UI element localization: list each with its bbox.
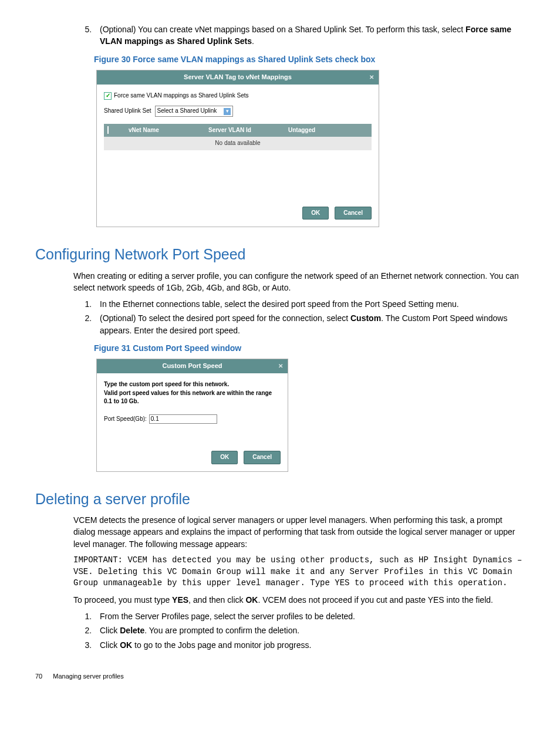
cfg-step-2: (Optional) To select the desired port sp…	[94, 312, 525, 336]
table-no-data: No data available	[104, 137, 372, 150]
dialog-titlebar: Server VLAN Tag to vNet Mappings ✕	[97, 70, 379, 85]
checkbox-label: Force same VLAN mappings as Shared Uplin…	[114, 92, 249, 100]
dialog-vlan-mappings: Server VLAN Tag to vNet Mappings ✕ ✓ For…	[96, 70, 379, 227]
col-vlan: Server VLAN Id	[208, 126, 288, 135]
close-icon[interactable]: ✕	[368, 74, 375, 81]
step-5: (Optional) You can create vNet mappings …	[94, 23, 525, 48]
figure-31-caption: Figure 31 Custom Port Speed window	[94, 342, 525, 354]
heading-configuring-network-port-speed: Configuring Network Port Speed	[35, 244, 525, 265]
footer-title: Managing server profiles	[53, 672, 123, 681]
del-step-2: Click Delete. You are prompted to confir…	[94, 625, 525, 636]
figure-30-caption: Figure 30 Force same VLAN mappings as Sh…	[94, 53, 525, 65]
dropdown-text: Select a Shared Uplink	[157, 107, 217, 116]
shared-uplink-dropdown[interactable]: Select a Shared Uplink ▾	[155, 106, 234, 117]
page-number: 70	[35, 672, 42, 681]
del-step-1: From the Server Profiles page, select th…	[94, 610, 525, 622]
close-icon[interactable]: ✕	[277, 363, 284, 370]
del-paragraph-1: VCEM detects the presence of logical ser…	[73, 514, 525, 550]
dialog-title: Server VLAN Tag to vNet Mappings	[184, 73, 292, 82]
dialog-title: Custom Port Speed	[162, 362, 222, 371]
shared-uplink-label: Shared Uplink Set	[104, 107, 151, 116]
cancel-button[interactable]: Cancel	[244, 451, 281, 464]
cancel-button[interactable]: Cancel	[335, 207, 372, 220]
checkbox-all[interactable]	[107, 126, 109, 134]
important-message: IMPORTANT: VCEM has detected you may be …	[73, 555, 525, 589]
del-step-3: Click OK to go to the Jobs page and moni…	[94, 639, 525, 651]
step5-text-a: (Optional) You can create vNet mappings …	[100, 25, 465, 34]
port-speed-label: Port Speed(Gb):	[104, 415, 147, 424]
cfg-paragraph-1: When creating or editing a server profil…	[73, 270, 525, 294]
port-speed-input[interactable]: 0.1	[149, 414, 217, 424]
col-vnet: vNet Name	[129, 126, 208, 135]
dialog-custom-port-speed: Custom Port Speed ✕ Type the custom port…	[96, 359, 288, 471]
cfg-step-1: In the Ethernet connections table, selec…	[94, 298, 525, 310]
step5-text-b: .	[252, 36, 254, 46]
ok-button[interactable]: OK	[302, 207, 329, 220]
table-header: vNet Name Server VLAN Id Untagged	[104, 124, 372, 137]
ok-button[interactable]: OK	[211, 451, 238, 464]
del-paragraph-2: To proceed, you must type YES, and then …	[73, 594, 525, 606]
chevron-down-icon: ▾	[224, 108, 231, 115]
col-untagged: Untagged	[288, 126, 368, 135]
page-footer: 70 Managing server profiles	[35, 672, 525, 681]
heading-deleting-server-profile: Deleting a server profile	[35, 488, 525, 509]
dialog-titlebar: Custom Port Speed ✕	[97, 359, 288, 373]
cps-line1: Type the custom port speed for this netw…	[104, 381, 229, 387]
cps-line2: Valid port speed values for this network…	[104, 390, 272, 405]
checkbox-force-same-vlan[interactable]: ✓	[104, 92, 112, 100]
